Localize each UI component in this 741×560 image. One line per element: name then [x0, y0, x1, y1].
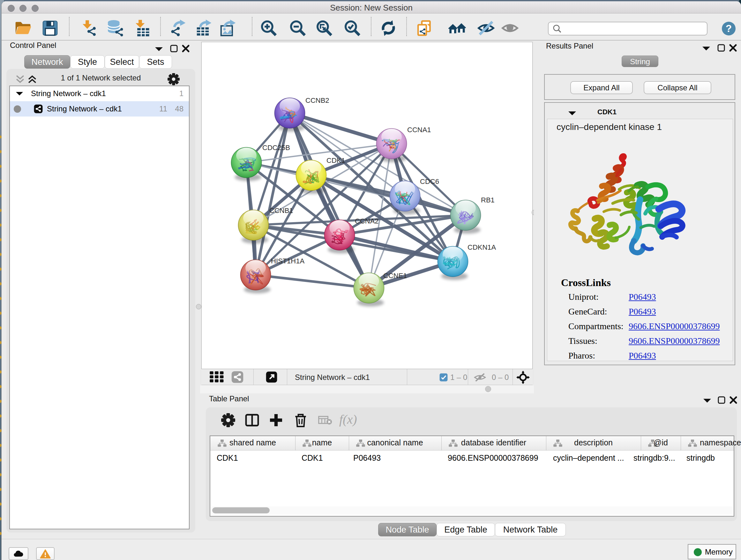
svg-text:CCNB2: CCNB2	[306, 97, 329, 105]
svg-text:CCNA2: CCNA2	[355, 217, 379, 225]
svg-text:CCNA1: CCNA1	[407, 126, 431, 134]
svg-text:HIST1H1A: HIST1H1A	[271, 257, 305, 265]
svg-text:CDK1: CDK1	[327, 157, 345, 165]
svg-text:CDC25B: CDC25B	[262, 144, 290, 152]
svg-text:CCNE1: CCNE1	[383, 272, 407, 280]
svg-text:CDC6: CDC6	[420, 178, 439, 186]
svg-text:CCNB1: CCNB1	[269, 206, 293, 214]
svg-text:CDKN1A: CDKN1A	[468, 243, 496, 251]
svg-text:RB1: RB1	[481, 196, 495, 204]
